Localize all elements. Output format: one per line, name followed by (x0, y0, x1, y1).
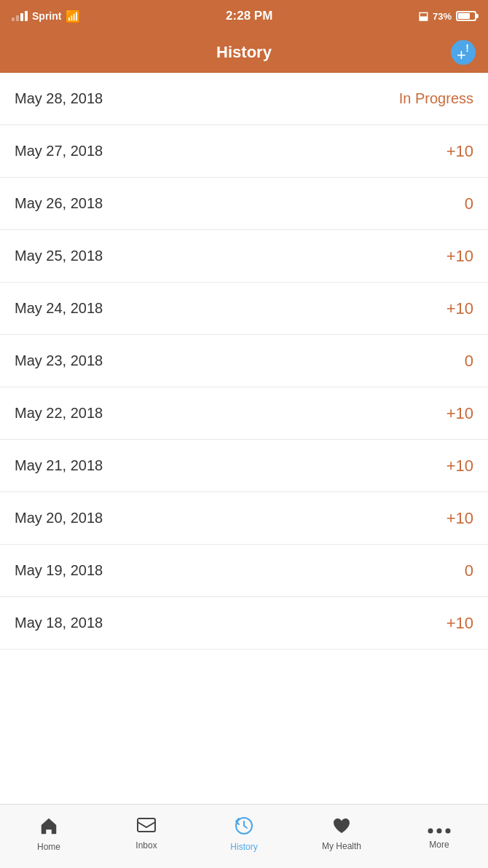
table-row[interactable]: May 24, 2018+10 (0, 283, 488, 335)
battery-label: 73% (433, 11, 452, 22)
nav-history[interactable]: History (195, 805, 293, 868)
table-row[interactable]: May 20, 2018+10 (0, 492, 488, 545)
history-date: May 20, 2018 (15, 510, 103, 526)
nav-inbox[interactable]: Inbox (98, 805, 195, 868)
nav-history-label: History (230, 842, 257, 852)
carrier-label: Sprint (32, 10, 61, 22)
inbox-icon (136, 817, 157, 837)
history-date: May 28, 2018 (15, 90, 103, 107)
nav-more[interactable]: More (390, 805, 488, 868)
history-date: May 22, 2018 (15, 405, 103, 422)
add-icon-circle: ! + (451, 40, 476, 65)
header: History ! + (0, 32, 488, 73)
bluetooth-icon: ⬓ (418, 9, 428, 23)
history-value: +10 (446, 299, 473, 318)
svg-point-3 (437, 828, 442, 833)
nav-myhealth[interactable]: My Health (293, 805, 390, 868)
table-row[interactable]: May 19, 20180 (0, 545, 488, 597)
heart-icon (331, 816, 352, 838)
nav-home-label: Home (37, 842, 60, 852)
table-row[interactable]: May 22, 2018+10 (0, 387, 488, 440)
history-value: +10 (446, 509, 473, 528)
history-date: May 18, 2018 (15, 615, 103, 631)
table-row[interactable]: May 27, 2018+10 (0, 125, 488, 178)
exclamation-icon: ! (465, 42, 469, 54)
svg-point-4 (446, 828, 451, 833)
table-row[interactable]: May 18, 2018+10 (0, 597, 488, 650)
status-bar: Sprint 📶 2:28 PM ⬓ 73% (0, 0, 488, 32)
history-value: 0 (465, 561, 473, 580)
nav-myhealth-label: My Health (322, 841, 361, 851)
history-value: +10 (446, 457, 473, 476)
history-date: May 27, 2018 (15, 143, 103, 159)
history-date: May 25, 2018 (15, 248, 103, 264)
history-value: +10 (446, 247, 473, 266)
nav-more-label: More (429, 840, 449, 850)
signal-icon (12, 11, 28, 21)
table-row[interactable]: May 21, 2018+10 (0, 440, 488, 492)
svg-point-2 (428, 828, 433, 833)
plus-icon: + (457, 47, 466, 63)
status-left: Sprint 📶 (12, 9, 80, 23)
nav-home[interactable]: Home (0, 805, 98, 868)
history-value: In Progress (399, 90, 473, 107)
nav-inbox-label: Inbox (135, 840, 157, 851)
history-date: May 24, 2018 (15, 300, 103, 317)
history-date: May 21, 2018 (15, 457, 103, 474)
history-value: 0 (465, 194, 473, 213)
page-title: History (216, 43, 272, 62)
history-date: May 26, 2018 (15, 195, 103, 212)
history-value: +10 (446, 404, 473, 423)
status-time: 2:28 PM (226, 9, 272, 23)
table-row[interactable]: May 23, 20180 (0, 335, 488, 387)
table-row[interactable]: May 26, 20180 (0, 178, 488, 230)
history-value: +10 (446, 142, 473, 161)
history-date: May 19, 2018 (15, 562, 103, 579)
history-list-container: May 28, 2018In ProgressMay 27, 2018+10Ma… (0, 73, 488, 804)
history-list: May 28, 2018In ProgressMay 27, 2018+10Ma… (0, 73, 488, 650)
more-icon (428, 818, 451, 837)
history-value: 0 (465, 352, 473, 371)
add-button[interactable]: ! + (450, 39, 476, 66)
wifi-icon: 📶 (66, 9, 80, 23)
table-row[interactable]: May 28, 2018In Progress (0, 73, 488, 125)
status-right: ⬓ 73% (418, 9, 476, 23)
history-icon (234, 816, 254, 839)
home-icon (39, 816, 59, 839)
history-value: +10 (446, 614, 473, 633)
table-row[interactable]: May 25, 2018+10 (0, 230, 488, 283)
svg-rect-0 (138, 818, 155, 832)
history-date: May 23, 2018 (15, 352, 103, 369)
battery-icon (456, 11, 476, 21)
bottom-nav: Home Inbox History My Health (0, 804, 488, 868)
